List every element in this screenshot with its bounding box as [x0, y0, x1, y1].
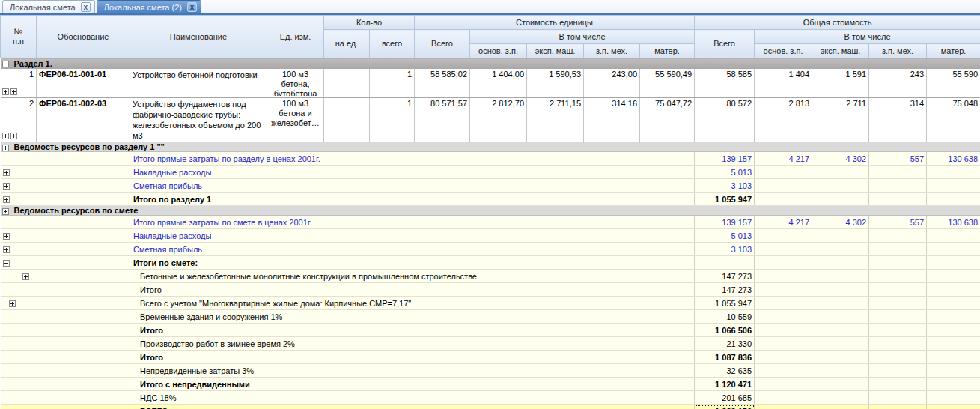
summary-row-gutter[interactable]	[1, 310, 130, 324]
summary-row-gutter[interactable]	[1, 256, 130, 270]
total-cost-wage-cell[interactable]: 1 404	[755, 69, 812, 98]
summary-label[interactable]: Всего с учетом "Многоквартирные жилые до…	[130, 297, 695, 310]
qty-per-unit-cell[interactable]	[324, 98, 370, 142]
unit-cost-machinery-cell[interactable]: 2 711,15	[527, 98, 584, 142]
summary-label[interactable]: Итого	[130, 324, 695, 337]
expand-icon[interactable]	[2, 208, 9, 215]
summary-total[interactable]: 1 055 947	[695, 297, 755, 310]
summary-row-gutter[interactable]	[1, 391, 130, 405]
summary-row-gutter[interactable]	[1, 193, 130, 206]
summary-label[interactable]: Итого прямые затраты по разделу в ценах …	[130, 152, 695, 166]
name-cell[interactable]: Устройство бетонной подготовки	[130, 69, 267, 98]
unit-cost-materials-cell[interactable]: 75 047,72	[640, 98, 695, 142]
summary-label[interactable]: Бетонные и железобетонные монолитные кон…	[130, 270, 695, 283]
summary-label[interactable]: Итого	[130, 351, 695, 364]
unit-cost-wage-cell[interactable]: 2 812,70	[470, 98, 527, 142]
close-icon[interactable]: x	[81, 2, 91, 12]
unit-cost-operator-cell[interactable]: 314,16	[584, 98, 640, 142]
summary-total[interactable]: 201 685	[695, 391, 755, 405]
summary-label[interactable]: Накладные расходы	[130, 166, 695, 179]
total-cost-operator-cell[interactable]: 243	[869, 69, 927, 98]
expand-icon[interactable]	[2, 133, 9, 139]
summary-row-gutter[interactable]	[1, 337, 130, 351]
qty-total-cell[interactable]: 1	[370, 69, 415, 98]
expand-icon[interactable]	[3, 169, 10, 176]
collapse-icon[interactable]	[3, 260, 10, 267]
summary-label[interactable]: НДС 18%	[130, 391, 695, 405]
unit-cost-total-cell[interactable]: 58 585,02	[415, 69, 470, 98]
total-cost-wage-cell[interactable]: 2 813	[755, 98, 812, 142]
expand-icon[interactable]	[3, 183, 10, 190]
collapse-icon[interactable]	[2, 61, 9, 67]
summary-label[interactable]: Итого прямые затраты по смете в ценах 20…	[130, 216, 695, 229]
summary-row-gutter[interactable]	[1, 270, 130, 283]
row-number-cell[interactable]: 2	[1, 98, 37, 142]
summary-total[interactable]: 5 013	[695, 229, 755, 243]
summary-label[interactable]: Временные здания и сооружения 1%	[130, 310, 695, 324]
summary-row-gutter[interactable]	[1, 405, 130, 409]
total-cost-materials-cell[interactable]: 75 048	[927, 98, 980, 142]
justification-cell[interactable]: ФЕР06-01-001-01	[37, 69, 130, 98]
row-number-cell[interactable]: 1	[1, 69, 37, 98]
summary-materials[interactable]: 130 638	[927, 152, 980, 166]
unit-cell[interactable]: 100 м3бетона ижелезобет…	[267, 98, 324, 142]
summary-row-gutter[interactable]	[1, 243, 130, 256]
unit-cost-machinery-cell[interactable]: 1 590,53	[527, 69, 584, 98]
summary-total[interactable]: 1 120 471	[695, 378, 755, 391]
summary-total[interactable]: 147 273	[695, 283, 755, 297]
summary-row-gutter[interactable]	[1, 283, 130, 297]
summary-row-gutter[interactable]	[1, 351, 130, 364]
expand-icon[interactable]	[3, 246, 10, 253]
grand-total-label[interactable]: ВСЕГО по смете	[130, 405, 695, 409]
expand-icon[interactable]	[9, 300, 16, 307]
summary-row-gutter[interactable]	[1, 229, 130, 243]
summary-wage[interactable]: 4 217	[755, 152, 812, 166]
summary-label[interactable]: Итоги по смете:	[130, 256, 695, 270]
summary-row-gutter[interactable]	[1, 216, 130, 229]
expand-icon[interactable]	[2, 145, 9, 151]
close-icon[interactable]: x	[187, 2, 197, 12]
total-cost-total-cell[interactable]: 80 572	[695, 98, 755, 142]
total-cost-machinery-cell[interactable]: 2 711	[812, 98, 869, 142]
tab-local-estimate[interactable]: Локальная смета x	[2, 0, 95, 13]
unit-cell[interactable]: 100 м3бетона,бутобетона	[267, 69, 324, 98]
summary-total[interactable]: 5 013	[695, 166, 755, 179]
summary-label[interactable]: Непредвиденные затраты 3%	[130, 364, 695, 378]
summary-row-gutter[interactable]	[1, 324, 130, 337]
summary-total[interactable]: 21 330	[695, 337, 755, 351]
summary-total[interactable]: 1 066 506	[695, 324, 755, 337]
summary-machinery[interactable]: 4 302	[812, 152, 869, 166]
summary-row-gutter[interactable]	[1, 179, 130, 193]
summary-total[interactable]: 1 087 836	[695, 351, 755, 364]
total-cost-machinery-cell[interactable]: 1 591	[812, 69, 869, 98]
summary-row-gutter[interactable]	[1, 166, 130, 179]
summary-label[interactable]: Производство работ в зимнее время 2%	[130, 337, 695, 351]
summary-operator[interactable]: 557	[869, 152, 927, 166]
unit-cost-operator-cell[interactable]: 243,00	[584, 69, 640, 98]
summary-row-gutter[interactable]	[1, 378, 130, 391]
summary-total[interactable]: 10 559	[695, 310, 755, 324]
summary-label[interactable]: Накладные расходы	[130, 229, 695, 243]
expand-icon[interactable]	[10, 133, 17, 139]
grand-total-value-selected-cell[interactable]: 1 322 156	[695, 405, 755, 409]
summary-label[interactable]: Сметная прибыль	[130, 243, 695, 256]
summary-total[interactable]: 1 055 947	[695, 193, 755, 206]
summary-row-gutter[interactable]	[1, 297, 130, 310]
expand-icon[interactable]	[2, 88, 9, 95]
summary-label[interactable]: Сметная прибыль	[130, 179, 695, 193]
tab-local-estimate-2[interactable]: Локальная смета (2) x	[97, 0, 201, 13]
summary-total[interactable]: 32 635	[695, 364, 755, 378]
total-cost-total-cell[interactable]: 58 585	[695, 69, 755, 98]
name-cell[interactable]: Устройство фундаментов под фабрично-заво…	[130, 98, 267, 142]
summary-total[interactable]: 139 157	[695, 216, 755, 229]
summary-label[interactable]: Итого по разделу 1	[130, 193, 695, 206]
summary-total[interactable]: 139 157	[695, 152, 755, 166]
qty-per-unit-cell[interactable]	[324, 69, 370, 98]
summary-total[interactable]: 3 103	[695, 243, 755, 256]
justification-cell[interactable]: ФЕР06-01-002-03	[37, 98, 130, 142]
expand-icon[interactable]	[3, 233, 10, 240]
total-cost-materials-cell[interactable]: 55 590	[927, 69, 980, 98]
expand-icon[interactable]	[22, 273, 29, 280]
summary-total[interactable]: 3 103	[695, 179, 755, 193]
unit-cost-total-cell[interactable]: 80 571,57	[415, 98, 470, 142]
